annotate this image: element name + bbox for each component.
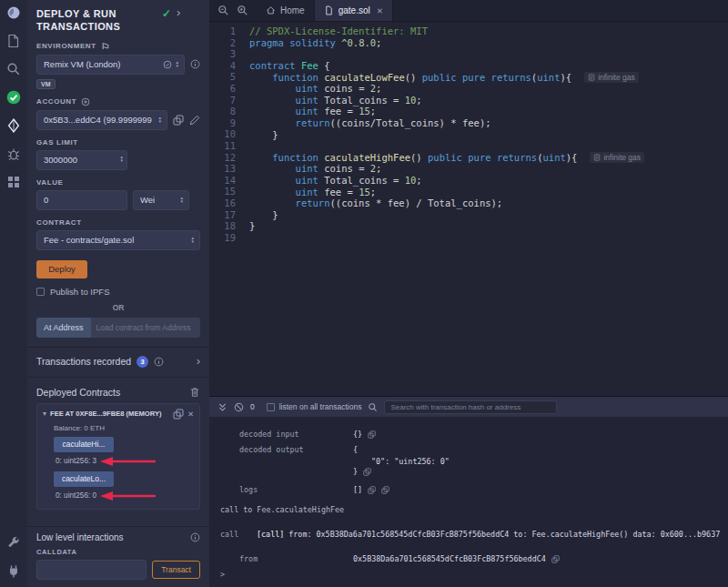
- search-icon[interactable]: [5, 61, 22, 77]
- code-editor[interactable]: 1// SPDX-License-Identifier: MIT2pragma …: [209, 22, 728, 396]
- publish-ipfs-checkbox[interactable]: Publish to IPFS: [36, 287, 200, 297]
- code-line[interactable]: 12 function caculateHighFee() public pur…: [209, 152, 728, 164]
- copy-icon[interactable]: [368, 430, 376, 439]
- code-line[interactable]: 8 uint fee = 15;: [209, 106, 728, 117]
- copy-icon[interactable]: [381, 486, 389, 494]
- code-line[interactable]: 5 function caculateLowFee() public pure …: [209, 71, 728, 83]
- code-line[interactable]: 6 uint coins = 2;: [209, 83, 728, 95]
- code-line[interactable]: 4contract Fee {: [209, 60, 728, 72]
- infinite-gas-badge: infinite gas: [584, 72, 639, 83]
- code-line[interactable]: 18}: [209, 220, 728, 232]
- fork-state-icon[interactable]: [101, 42, 110, 51]
- select-stepper-icon: ▲▼: [176, 61, 179, 68]
- line-number: 5: [209, 71, 249, 83]
- low-level-info-icon[interactable]: [190, 532, 200, 542]
- line-number: 18: [209, 220, 249, 232]
- value-input[interactable]: [36, 190, 127, 210]
- code-line[interactable]: 3: [209, 48, 728, 60]
- zoom-out-icon[interactable]: [217, 5, 229, 16]
- terminal-expand-chevrons-icon[interactable]: [217, 402, 228, 412]
- file-icon: [324, 5, 334, 15]
- tab-home[interactable]: Home: [257, 0, 315, 21]
- solidity-compiler-success-icon[interactable]: [5, 89, 22, 106]
- call-log-row[interactable]: call [call] from: 0x5B38Da6a701c568545dC…: [220, 530, 721, 540]
- tab-file-label: gate.sol: [339, 5, 370, 15]
- deploy-button[interactable]: Deploy: [36, 260, 87, 278]
- low-level-title: Low level interactions: [36, 532, 124, 542]
- code-line[interactable]: 2pragma solidity ^0.8.0;: [209, 37, 728, 49]
- calldata-input[interactable]: [36, 560, 147, 580]
- tx-info-icon[interactable]: [154, 357, 164, 367]
- panel-collapse-chevron-icon[interactable]: ›: [177, 7, 180, 18]
- account-label-row: ACCOUNT: [36, 97, 200, 106]
- line-number: 14: [209, 175, 249, 187]
- terminal-prompt[interactable]: >: [220, 570, 721, 579]
- tab-close-icon[interactable]: ✕: [377, 6, 383, 15]
- code-line[interactable]: 14 uint Total_coins = 10;: [209, 175, 728, 187]
- code-line[interactable]: 11: [209, 140, 728, 152]
- tab-home-label: Home: [280, 5, 305, 15]
- at-address-input[interactable]: [91, 318, 200, 338]
- checkbox-icon: [36, 288, 45, 296]
- copy-icon[interactable]: [551, 555, 560, 563]
- panel-header: DEPLOY & RUN TRANSACTIONS ✓ ›: [36, 7, 200, 34]
- deploy-run-icon[interactable]: [5, 117, 22, 134]
- code-line[interactable]: 7 uint Total_coins = 10;: [209, 95, 728, 106]
- plugin-icon[interactable]: [5, 174, 22, 190]
- settings-wrench-icon[interactable]: [5, 535, 22, 552]
- terminal-search-input[interactable]: [384, 400, 557, 414]
- terminal-body[interactable]: decoded input {} decoded output { "0": "…: [209, 417, 728, 587]
- trash-icon[interactable]: [189, 387, 200, 398]
- plugin-manager-icon[interactable]: [5, 563, 22, 580]
- red-arrow-annotation: [99, 456, 157, 467]
- listen-all-transactions-checkbox[interactable]: listen on all transactions: [267, 402, 362, 411]
- code-line[interactable]: 13 uint coins = 2;: [209, 163, 728, 175]
- code-line[interactable]: 17 }: [209, 209, 728, 221]
- code-line[interactable]: 16 return((coins * fee) / Total_coins);: [209, 197, 728, 209]
- caret-down-icon[interactable]: ▾: [43, 410, 46, 418]
- copy-icon[interactable]: [368, 486, 376, 494]
- transactions-recorded-row[interactable]: Transactions recorded 3 ›: [36, 348, 200, 368]
- file-explorer-icon[interactable]: [5, 33, 22, 49]
- tx-expand-chevron-icon[interactable]: ›: [197, 356, 200, 367]
- caculate-lowfee-button[interactable]: caculateLo...: [54, 471, 114, 487]
- line-number: 13: [209, 163, 249, 175]
- at-address-button[interactable]: At Address: [36, 318, 91, 338]
- code-line[interactable]: 19: [209, 232, 728, 244]
- copy-address-icon[interactable]: [173, 409, 184, 420]
- add-account-icon[interactable]: [81, 97, 90, 106]
- code-line[interactable]: 9 return((coins/Total_coins) * fee);: [209, 117, 728, 129]
- sign-message-pencil-icon[interactable]: [189, 115, 200, 126]
- gas-limit-label: GAS LIMIT: [36, 138, 200, 147]
- listen-label: listen on all transactions: [279, 402, 362, 411]
- logs-row: logs []: [239, 485, 721, 495]
- debugger-icon[interactable]: [5, 146, 22, 162]
- copy-icon[interactable]: [363, 468, 371, 476]
- deployed-contract-card: ▾ FEE AT 0XF8E...9FBE8 (MEMORY) ✕ Balanc…: [36, 403, 200, 510]
- copy-account-icon[interactable]: [173, 115, 184, 126]
- pending-count: 0: [250, 402, 255, 411]
- code-line[interactable]: 10 }: [209, 128, 728, 140]
- code-line[interactable]: 1// SPDX-License-Identifier: MIT: [209, 25, 728, 37]
- value-unit-select[interactable]: Wei ▲▼: [133, 190, 189, 210]
- tab-gate-sol[interactable]: gate.sol ✕: [315, 0, 393, 21]
- contract-select[interactable]: Fee - contracts/gate.sol ▲▼: [36, 230, 200, 250]
- caculate-highfee-button[interactable]: caculateHi...: [54, 437, 114, 452]
- deployed-contract-name: FEE AT 0XF8E...9FBE8 (MEMORY): [50, 410, 169, 418]
- account-value: 0x5B3...eddC4 (99.9999999: [44, 115, 158, 125]
- environment-select[interactable]: Remix VM (London) ▲▼: [36, 55, 185, 75]
- gas-limit-input[interactable]: [36, 150, 127, 170]
- decoded-output-row: decoded output {: [239, 445, 721, 455]
- remove-contract-close-icon[interactable]: ✕: [187, 410, 194, 419]
- fn-high-result-row: 0: uint256: 3: [56, 456, 194, 467]
- infinite-gas-badge: infinite gas: [590, 152, 644, 163]
- zoom-in-icon[interactable]: [237, 5, 248, 16]
- gas-stepper-icon[interactable]: ▲▼: [120, 156, 124, 163]
- account-select[interactable]: 0x5B3...eddC4 (99.9999999 ▲▼: [36, 110, 167, 130]
- transact-button[interactable]: Transact: [152, 561, 200, 579]
- editor-tabbar: Home gate.sol ✕: [209, 0, 728, 22]
- environment-info-icon[interactable]: [190, 59, 200, 69]
- deployed-contract-head[interactable]: ▾ FEE AT 0XF8E...9FBE8 (MEMORY) ✕: [43, 409, 194, 420]
- remix-logo-icon[interactable]: [5, 5, 22, 21]
- code-line[interactable]: 15 uint fee = 15;: [209, 186, 728, 197]
